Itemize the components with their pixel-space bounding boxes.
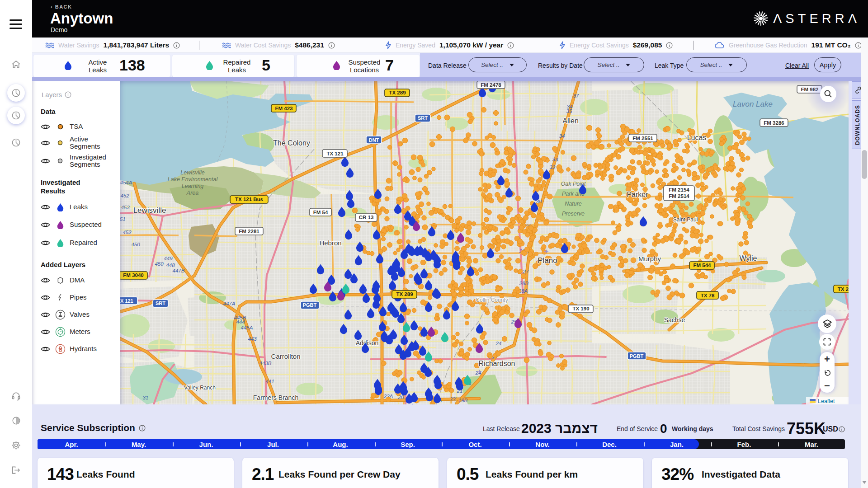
svg-text:✈: ✈ bbox=[544, 248, 549, 255]
svg-text:454A: 454A bbox=[120, 180, 132, 185]
svg-text:PGBT: PGBT bbox=[630, 353, 644, 359]
svg-text:Parker: Parker bbox=[627, 191, 648, 198]
svg-text:449: 449 bbox=[164, 256, 173, 261]
svg-text:SRT: SRT bbox=[156, 300, 165, 306]
svg-text:441: 441 bbox=[265, 379, 274, 384]
svg-text:452: 452 bbox=[123, 230, 132, 235]
svg-text:TX 289: TX 289 bbox=[396, 291, 413, 297]
svg-text:FM 2478: FM 2478 bbox=[481, 82, 501, 88]
svg-text:TX 121: TX 121 bbox=[326, 151, 344, 156]
svg-text:443B: 443B bbox=[259, 361, 272, 366]
svg-text:Carrollton: Carrollton bbox=[271, 352, 300, 360]
svg-text:452: 452 bbox=[120, 193, 129, 198]
svg-text:Richardson: Richardson bbox=[479, 360, 515, 367]
svg-text:FM 54: FM 54 bbox=[313, 210, 328, 215]
svg-text:28B: 28B bbox=[519, 281, 529, 286]
svg-text:443: 443 bbox=[248, 336, 257, 342]
svg-text:FM 544: FM 544 bbox=[693, 263, 712, 268]
svg-text:TX 289: TX 289 bbox=[389, 90, 406, 95]
svg-text:PGBT: PGBT bbox=[303, 302, 317, 308]
svg-text:Lucas: Lucas bbox=[687, 134, 707, 141]
svg-text:Allen: Allen bbox=[562, 117, 579, 125]
svg-text:FM 3040: FM 3040 bbox=[123, 272, 143, 278]
svg-text:Preserve: Preserve bbox=[562, 211, 585, 217]
svg-text:450: 450 bbox=[131, 242, 140, 247]
svg-text:Lewisville: Lewisville bbox=[133, 206, 166, 215]
svg-text:Leaflet: Leaflet bbox=[818, 398, 835, 404]
svg-text:FM 3286: FM 3286 bbox=[764, 120, 784, 126]
svg-text:Lewisville: Lewisville bbox=[180, 169, 205, 176]
svg-text:Valley Ranch: Valley Ranch bbox=[184, 385, 216, 391]
svg-text:FM 2154: FM 2154 bbox=[669, 187, 689, 192]
svg-text:FM 2551: FM 2551 bbox=[632, 136, 653, 141]
svg-text:445A: 445A bbox=[241, 325, 253, 330]
svg-text:34: 34 bbox=[559, 133, 565, 139]
svg-text:Lake Environmental: Lake Environmental bbox=[168, 176, 218, 183]
svg-text:Learning: Learning bbox=[182, 183, 204, 189]
svg-text:24: 24 bbox=[495, 341, 502, 346]
svg-text:FM 2281: FM 2281 bbox=[239, 229, 259, 234]
svg-text:TX 190: TX 190 bbox=[572, 306, 589, 311]
svg-text:Collin County: Collin County bbox=[476, 297, 508, 303]
svg-text:Hebron: Hebron bbox=[319, 239, 341, 247]
svg-text:448: 448 bbox=[166, 263, 175, 268]
svg-text:Lavon Lake: Lavon Lake bbox=[733, 100, 773, 108]
svg-text:The Colony: The Colony bbox=[273, 139, 310, 147]
svg-text:✈: ✈ bbox=[477, 368, 482, 375]
svg-text:Sachse: Sachse bbox=[664, 316, 685, 324]
svg-text:TX 20: TX 20 bbox=[838, 286, 849, 292]
svg-text:Murphy: Murphy bbox=[638, 255, 661, 263]
svg-text:447A: 447A bbox=[223, 301, 236, 306]
svg-text:450: 450 bbox=[155, 261, 164, 267]
svg-text:Wylie: Wylie bbox=[740, 254, 757, 262]
svg-text:451: 451 bbox=[120, 216, 126, 222]
svg-text:DNT: DNT bbox=[369, 137, 379, 143]
svg-text:33: 33 bbox=[552, 157, 558, 162]
svg-text:TX 121: TX 121 bbox=[120, 298, 133, 304]
svg-text:Plano: Plano bbox=[538, 256, 557, 265]
svg-text:37: 37 bbox=[573, 93, 579, 99]
svg-text:31: 31 bbox=[143, 395, 149, 400]
svg-text:22: 22 bbox=[450, 396, 457, 401]
svg-text:447B: 447B bbox=[173, 268, 185, 273]
svg-text:Area: Area bbox=[186, 190, 198, 196]
svg-text:19B: 19B bbox=[458, 398, 468, 403]
svg-text:CR 13: CR 13 bbox=[359, 215, 374, 220]
svg-text:32: 32 bbox=[550, 164, 556, 170]
svg-text:35: 35 bbox=[566, 108, 572, 114]
svg-text:TX 78: TX 78 bbox=[701, 293, 715, 298]
svg-text:FM 2514: FM 2514 bbox=[669, 193, 689, 199]
svg-text:Farmers Branch: Farmers Branch bbox=[253, 394, 298, 401]
svg-text:Saint Paul: Saint Paul bbox=[673, 216, 698, 223]
svg-text:FM 423: FM 423 bbox=[275, 106, 293, 111]
svg-text:Nature: Nature bbox=[565, 201, 582, 207]
svg-text:SRT: SRT bbox=[418, 115, 428, 121]
svg-text:TX 121 Bus: TX 121 Bus bbox=[235, 197, 263, 202]
svg-text:444: 444 bbox=[236, 319, 245, 325]
svg-text:453: 453 bbox=[121, 205, 130, 210]
